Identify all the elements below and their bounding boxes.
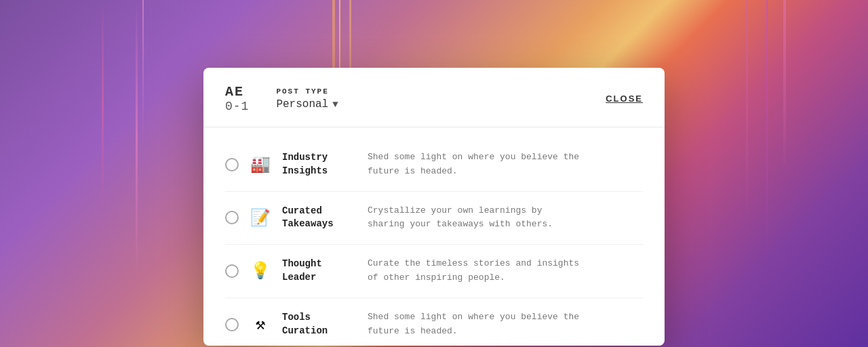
logo-initials: AE	[225, 84, 249, 100]
radio-curated-takeaways[interactable]	[225, 211, 239, 224]
curated-takeaways-icon: 📝	[250, 208, 271, 228]
radio-thought-leader[interactable]	[225, 264, 239, 278]
modal-header: AE 0-1 POST TYPE Personal ▼ CLOSE	[203, 68, 665, 127]
tools-curation-icon: ⚒️	[250, 314, 271, 334]
close-button[interactable]: CLOSE	[606, 94, 643, 104]
industry-insights-name: IndustryInsights	[282, 151, 357, 178]
modal-overlay: AE 0-1 POST TYPE Personal ▼ CLOSE 🏭 Indu…	[0, 0, 868, 347]
industry-insights-icon: 🏭	[250, 155, 271, 174]
post-type-area: POST TYPE Personal ▼	[276, 87, 606, 110]
modal: AE 0-1 POST TYPE Personal ▼ CLOSE 🏭 Indu…	[203, 68, 665, 346]
thought-leader-name: ThoughtLeader	[282, 258, 357, 284]
tools-curation-desc: Shed some light on where you believe the…	[368, 310, 579, 339]
post-type-label: POST TYPE	[276, 87, 606, 96]
option-industry-insights[interactable]: 🏭 IndustryInsights Shed some light on wh…	[225, 138, 643, 192]
tools-curation-name: ToolsCuration	[282, 311, 357, 338]
post-type-selector[interactable]: Personal ▼	[276, 98, 606, 110]
modal-body: 🏭 IndustryInsights Shed some light on wh…	[203, 127, 665, 346]
post-type-value: Personal	[276, 98, 328, 110]
thought-leader-icon: 💡	[250, 261, 271, 281]
chevron-down-icon: ▼	[332, 99, 338, 110]
curated-takeaways-desc: Crystallize your own learnings bysharing…	[368, 204, 553, 232]
curated-takeaways-name: CuratedTakeaways	[282, 205, 357, 231]
industry-insights-desc: Shed some light on where you believe the…	[368, 150, 579, 179]
thought-leader-desc: Curate the timeless stories and insights…	[368, 257, 579, 285]
option-tools-curation[interactable]: ⚒️ ToolsCuration Shed some light on wher…	[225, 298, 643, 346]
radio-tools-curation[interactable]	[225, 318, 239, 331]
radio-industry-insights[interactable]	[225, 158, 239, 171]
option-curated-takeaways[interactable]: 📝 CuratedTakeaways Crystallize your own …	[225, 192, 643, 245]
logo-area: AE 0-1	[225, 84, 249, 113]
option-thought-leader[interactable]: 💡 ThoughtLeader Curate the timeless stor…	[225, 245, 643, 298]
logo-number: 0-1	[225, 100, 249, 113]
